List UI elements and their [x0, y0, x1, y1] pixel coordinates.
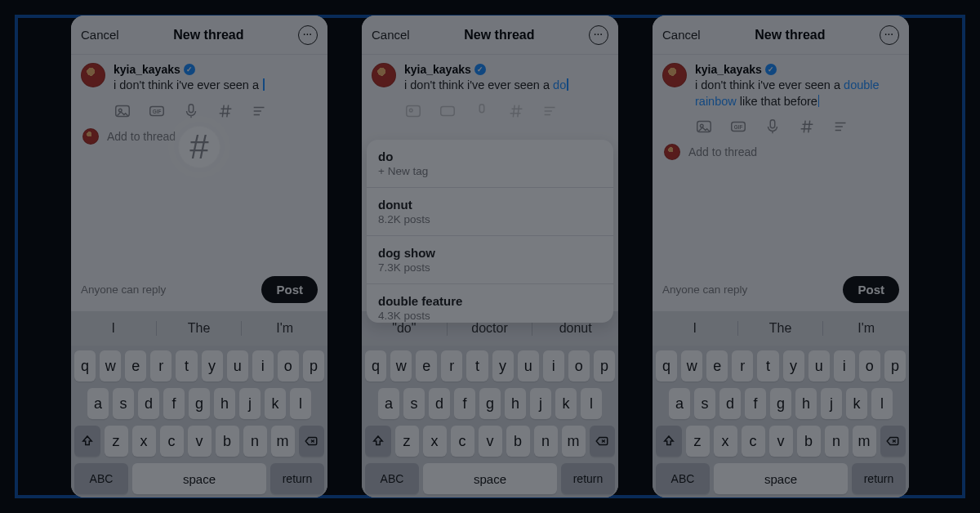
- key[interactable]: g: [189, 388, 210, 419]
- key[interactable]: p: [594, 350, 615, 381]
- more-options-button[interactable]: ···: [880, 25, 899, 45]
- key[interactable]: p: [303, 350, 324, 381]
- prediction[interactable]: I'm: [823, 321, 909, 336]
- key[interactable]: x: [132, 426, 156, 457]
- key[interactable]: m: [562, 426, 586, 457]
- key[interactable]: d: [429, 388, 450, 419]
- suggestion-item[interactable]: double feature 4.3K posts: [367, 284, 613, 323]
- prediction[interactable]: The: [157, 321, 243, 336]
- key[interactable]: z: [105, 426, 128, 457]
- username[interactable]: kyia_kayaks: [114, 63, 180, 76]
- key[interactable]: y: [783, 350, 804, 381]
- key[interactable]: q: [656, 350, 677, 381]
- cancel-button[interactable]: Cancel: [372, 28, 410, 42]
- key[interactable]: y: [202, 350, 223, 381]
- space-key[interactable]: space: [423, 463, 557, 494]
- hash-icon[interactable]: [216, 102, 234, 120]
- return-key[interactable]: return: [561, 463, 615, 494]
- key[interactable]: i: [252, 350, 274, 381]
- suggestion-item[interactable]: donut 8.2K posts: [367, 188, 613, 236]
- abc-key[interactable]: ABC: [656, 463, 710, 494]
- key[interactable]: n: [534, 426, 558, 457]
- key[interactable]: i: [543, 350, 564, 381]
- gif-icon[interactable]: GIF: [148, 102, 166, 120]
- suggestion-item[interactable]: do + New tag: [367, 140, 613, 188]
- reply-scope[interactable]: Anyone can reply: [81, 283, 166, 296]
- key[interactable]: q: [365, 350, 386, 381]
- key[interactable]: e: [706, 350, 728, 381]
- abc-key[interactable]: ABC: [365, 463, 419, 494]
- key[interactable]: f: [163, 388, 185, 419]
- key[interactable]: s: [113, 388, 134, 419]
- mic-icon[interactable]: [473, 102, 491, 120]
- abc-key[interactable]: ABC: [74, 463, 128, 494]
- key[interactable]: t: [176, 350, 197, 381]
- key[interactable]: v: [769, 426, 793, 457]
- prediction[interactable]: doctor: [448, 321, 533, 336]
- key[interactable]: h: [214, 388, 235, 419]
- key[interactable]: m: [271, 426, 295, 457]
- prediction[interactable]: The: [738, 321, 824, 336]
- username[interactable]: kyia_kayaks: [404, 63, 471, 76]
- image-icon[interactable]: [695, 118, 713, 136]
- prediction[interactable]: "do": [362, 321, 448, 336]
- key[interactable]: b: [506, 426, 530, 457]
- key[interactable]: c: [742, 426, 765, 457]
- key[interactable]: k: [555, 388, 577, 419]
- key[interactable]: u: [518, 350, 539, 381]
- key[interactable]: a: [87, 388, 109, 419]
- hash-icon[interactable]: [798, 118, 816, 136]
- key[interactable]: z: [686, 426, 710, 457]
- key[interactable]: h: [505, 388, 526, 419]
- mic-icon[interactable]: [764, 118, 782, 136]
- space-key[interactable]: space: [132, 463, 266, 494]
- key[interactable]: a: [669, 388, 690, 419]
- key[interactable]: p: [884, 350, 906, 381]
- key[interactable]: j: [530, 388, 551, 419]
- key[interactable]: d: [719, 388, 741, 419]
- key[interactable]: j: [821, 388, 842, 419]
- gif-icon[interactable]: [439, 102, 457, 120]
- key[interactable]: t: [466, 350, 488, 381]
- gif-icon[interactable]: GIF: [729, 118, 747, 136]
- key[interactable]: g: [770, 388, 791, 419]
- key[interactable]: c: [160, 426, 184, 457]
- poll-icon[interactable]: [251, 102, 269, 120]
- compose-text[interactable]: i don't think i've ever seen a do: [404, 78, 608, 94]
- mic-icon[interactable]: [182, 102, 200, 120]
- key[interactable]: y: [492, 350, 514, 381]
- avatar[interactable]: [372, 63, 396, 87]
- key[interactable]: e: [416, 350, 437, 381]
- key[interactable]: o: [278, 350, 299, 381]
- suggestion-item[interactable]: dog show 7.3K posts: [367, 236, 613, 284]
- key[interactable]: r: [441, 350, 462, 381]
- key[interactable]: v: [188, 426, 212, 457]
- more-options-button[interactable]: ···: [298, 25, 318, 45]
- more-options-button[interactable]: ···: [589, 25, 608, 45]
- image-icon[interactable]: [114, 102, 131, 120]
- key[interactable]: e: [125, 350, 146, 381]
- shift-key[interactable]: [365, 426, 391, 457]
- return-key[interactable]: return: [852, 463, 906, 494]
- post-button[interactable]: Post: [843, 276, 899, 303]
- key[interactable]: i: [834, 350, 855, 381]
- image-icon[interactable]: [404, 102, 422, 120]
- key[interactable]: b: [797, 426, 821, 457]
- key[interactable]: z: [395, 426, 419, 457]
- shift-key[interactable]: [656, 426, 682, 457]
- key[interactable]: f: [745, 388, 766, 419]
- key[interactable]: h: [795, 388, 817, 419]
- key[interactable]: d: [138, 388, 159, 419]
- key[interactable]: t: [757, 350, 778, 381]
- cancel-button[interactable]: Cancel: [662, 28, 701, 42]
- key[interactable]: o: [568, 350, 590, 381]
- key[interactable]: q: [74, 350, 96, 381]
- key[interactable]: x: [423, 426, 447, 457]
- prediction[interactable]: I'm: [242, 321, 327, 336]
- key[interactable]: w: [390, 350, 412, 381]
- backspace-key[interactable]: [590, 426, 616, 457]
- key[interactable]: a: [378, 388, 399, 419]
- key[interactable]: x: [714, 426, 737, 457]
- space-key[interactable]: space: [714, 463, 848, 494]
- key[interactable]: l: [290, 388, 311, 419]
